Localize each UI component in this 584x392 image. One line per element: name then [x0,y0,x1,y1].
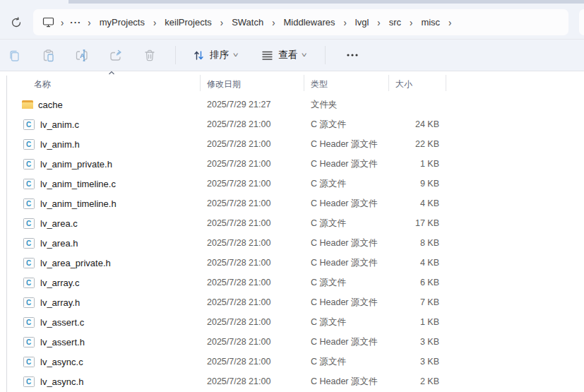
more-options-button[interactable] [338,43,367,67]
breadcrumb-item-myprojects[interactable]: myProjects [92,12,153,32]
table-row[interactable]: lv_area.h 2025/7/28 21:00 C Header 源文件 8… [0,233,584,253]
file-name-cell: lv_anim_timeline.h [0,198,207,209]
c-file-icon [23,198,35,209]
column-separator[interactable] [200,75,201,91]
copy-button[interactable] [0,43,28,67]
file-name-cell: lv_anim.h [0,139,207,150]
file-type: C 源文件 [311,277,395,289]
column-header-date[interactable]: 修改日期 [207,78,241,90]
file-type: C Header 源文件 [311,198,395,210]
file-name: lv_area_private.h [40,258,111,268]
rename-button[interactable]: A [68,43,96,67]
file-type: C 源文件 [311,119,395,131]
table-row[interactable]: lv_anim_timeline.c 2025/7/28 21:00 C 源文件… [0,174,584,194]
paste-button[interactable] [34,43,62,67]
list-header: 名称 修改日期 类型 大小 [0,73,584,92]
folder-icon [22,99,33,110]
file-size: 17 KB [395,218,439,228]
chevron-right-icon: › [448,16,452,28]
file-name-cell: lv_anim_timeline.c [0,179,207,189]
breadcrumb-item-swatch[interactable]: SWatch [224,12,271,32]
search-box-remnant[interactable] [579,9,584,35]
column-header-size[interactable]: 大小 [395,78,412,90]
file-type: C Header 源文件 [311,376,395,388]
table-row[interactable]: lv_anim.h 2025/7/28 21:00 C Header 源文件 2… [0,134,584,154]
file-date: 2025/7/28 21:00 [207,139,311,149]
file-date: 2025/7/28 21:00 [207,198,311,208]
this-pc-crumb-button[interactable] [36,12,60,32]
table-row[interactable]: lv_array.c 2025/7/28 21:00 C 源文件 6 KB [0,273,584,292]
file-size: 9 KB [395,179,439,189]
breadcrumb-item-keilprojects[interactable]: keilProjects [157,12,219,32]
file-size: 1 KB [395,159,439,169]
file-size: 4 KB [395,258,439,268]
chevron-right-icon: › [271,16,275,28]
table-row[interactable]: lv_area.c 2025/7/28 21:00 C 源文件 17 KB [0,213,584,233]
toolbar-divider [325,46,326,64]
column-header-type[interactable]: 类型 [311,78,328,90]
file-name: cache [38,100,63,110]
file-name-cell: lv_area_private.h [0,258,207,268]
file-type: C Header 源文件 [311,237,395,249]
file-name: lv_anim.h [40,139,80,150]
file-name-cell: lv_array.c [0,278,207,288]
c-file-icon [23,357,35,367]
file-date: 2025/7/28 21:00 [207,317,311,327]
table-row[interactable]: lv_assert.c 2025/7/28 21:00 C 源文件 1 KB [0,312,584,332]
file-type: C 源文件 [311,218,395,230]
file-date: 2025/7/28 21:00 [207,337,311,347]
file-size: 7 KB [395,297,439,307]
column-separator[interactable] [304,75,304,91]
file-name-cell: lv_async.h [0,376,207,387]
table-row[interactable]: lv_anim.c 2025/7/28 21:00 C 源文件 24 KB [0,114,584,134]
c-file-icon [23,337,35,348]
file-name-cell: lv_anim_private.h [0,159,207,170]
address-bar[interactable]: › ··· › myProjects › keilProjects › SWat… [33,9,568,35]
sort-button[interactable]: 排序 ˅ [186,43,244,67]
table-row[interactable]: cache 2025/7/29 21:27 文件夹 [0,95,584,114]
breadcrumb-overflow-button[interactable]: ··· [64,12,87,32]
table-row[interactable]: lv_area_private.h 2025/7/28 21:00 C Head… [0,253,584,273]
table-row[interactable]: lv_assert.h 2025/7/28 21:00 C Header 源文件… [0,332,584,352]
file-size: 1 KB [395,317,439,327]
view-label: 查看 [278,49,297,61]
delete-button[interactable] [136,43,164,67]
file-name-cell: lv_anim.c [0,119,207,130]
table-row[interactable]: lv_anim_timeline.h 2025/7/28 21:00 C Hea… [0,194,584,213]
column-header-name[interactable]: 名称 [34,78,51,90]
table-row[interactable]: lv_anim_private.h 2025/7/28 21:00 C Head… [0,154,584,174]
chevron-right-icon: › [60,16,64,28]
share-icon [109,49,123,62]
file-date: 2025/7/28 21:00 [207,179,311,189]
breadcrumb-item-src[interactable]: src [381,12,409,32]
file-type: C Header 源文件 [311,257,395,269]
file-name: lv_async.h [40,376,83,387]
breadcrumb-item-middlewares[interactable]: Middlewares [276,12,343,32]
view-button[interactable]: 查看 ˅ [254,43,313,67]
file-name: lv_async.c [40,357,83,367]
file-date: 2025/7/28 21:00 [207,357,311,367]
sort-label: 排序 [210,49,229,61]
file-size: 24 KB [395,119,439,129]
sort-ascending-icon [108,71,115,75]
table-row[interactable]: lv_async.c 2025/7/28 21:00 C 源文件 3 KB [0,352,584,372]
paste-icon [42,49,55,62]
table-row[interactable]: lv_array.h 2025/7/28 21:00 C Header 源文件 … [0,292,584,312]
view-icon [261,50,273,61]
table-row[interactable]: lv_async.h 2025/7/28 21:00 C Header 源文件 … [0,372,584,391]
file-date: 2025/7/28 21:00 [207,119,311,129]
breadcrumb-item-lvgl[interactable]: lvgl [347,12,377,32]
share-button[interactable] [102,43,130,67]
refresh-button[interactable] [6,12,27,33]
c-file-icon [23,179,35,189]
file-size: 3 KB [395,337,439,347]
file-name: lv_anim.c [40,119,79,130]
file-type: C Header 源文件 [311,297,395,309]
column-separator[interactable] [446,75,446,91]
file-name: lv_assert.h [40,337,85,348]
column-separator[interactable] [388,75,389,91]
explorer-chrome: › ··· › myProjects › keilProjects › SWat… [0,0,584,71]
breadcrumb-item-misc[interactable]: misc [413,12,448,32]
file-date: 2025/7/28 21:00 [207,218,311,228]
file-date: 2025/7/28 21:00 [207,278,311,287]
